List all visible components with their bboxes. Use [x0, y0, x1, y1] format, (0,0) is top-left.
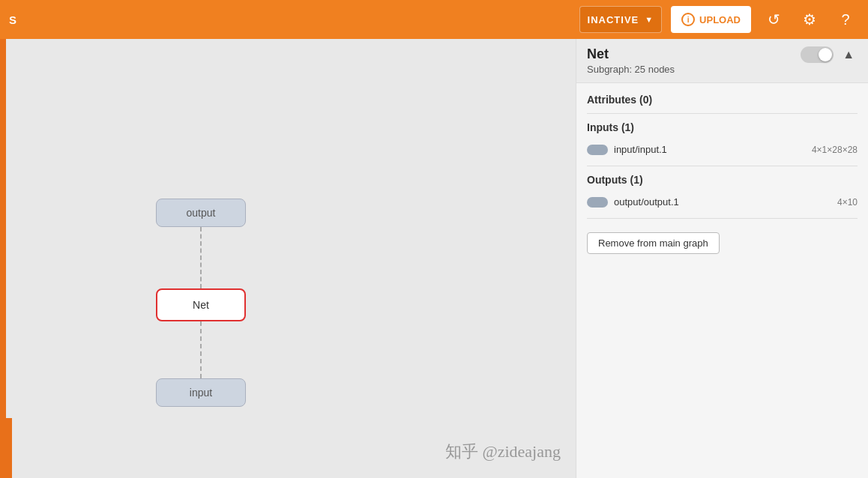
toggle-knob: [819, 48, 832, 61]
output-dims: 4×10: [837, 197, 858, 208]
panel-subtitle: Subgraph: 25 nodes: [587, 64, 675, 75]
node-input-label: input: [190, 387, 212, 399]
upload-label: UPLOAD: [699, 14, 741, 25]
status-label: INACTIVE: [588, 14, 639, 25]
outputs-section-title: Outputs (1): [587, 174, 858, 186]
settings-icon: ⚙: [803, 10, 816, 28]
right-panel: Net Subgraph: 25 nodes ▲ Attributes (0) …: [576, 39, 868, 478]
attributes-section-title: Attributes (0): [587, 94, 858, 106]
remove-from-main-graph-button[interactable]: Remove from main graph: [587, 232, 720, 254]
connector-top: [200, 227, 202, 288]
bottom-left-strip: [6, 418, 12, 478]
divider-3: [587, 218, 858, 219]
watermark: 知乎 @zideajang: [445, 441, 561, 463]
input-row: input/input.1 4×1×28×28: [587, 141, 858, 158]
input-connector-icon: [587, 145, 608, 155]
topbar: S INACTIVE ▼ i UPLOAD ↺ ⚙ ?: [0, 0, 868, 39]
node-output-label: output: [187, 207, 216, 219]
main-area: output Net input 知乎 @zideajang Ne: [0, 39, 868, 478]
output-row-left: output/output.1: [587, 196, 679, 208]
upload-button[interactable]: i UPLOAD: [671, 6, 751, 33]
divider-1: [587, 113, 858, 114]
divider-2: [587, 166, 858, 166]
toggle-switch[interactable]: [801, 46, 834, 63]
graph-canvas[interactable]: output Net input 知乎 @zideajang: [6, 39, 576, 478]
output-row: output/output.1 4×10: [587, 193, 858, 211]
node-net-label: Net: [193, 299, 209, 311]
output-connector-icon: [587, 197, 608, 208]
input-name: input/input.1: [614, 144, 667, 155]
node-input[interactable]: input: [156, 378, 246, 407]
input-dims: 4×1×28×28: [812, 145, 858, 155]
help-button[interactable]: ?: [832, 6, 859, 33]
output-name: output/output.1: [614, 196, 679, 208]
settings-button[interactable]: ⚙: [796, 6, 823, 33]
dropdown-arrow-icon: ▼: [645, 15, 654, 24]
help-icon: ?: [841, 11, 849, 28]
input-row-left: input/input.1: [587, 144, 667, 155]
collapse-button[interactable]: ▲: [840, 46, 858, 63]
node-net[interactable]: Net: [156, 288, 246, 321]
panel-body: Attributes (0) Inputs (1) input/input.1 …: [576, 83, 868, 478]
status-dropdown[interactable]: INACTIVE ▼: [579, 6, 663, 33]
panel-header-left: Net Subgraph: 25 nodes: [587, 46, 675, 75]
panel-title: Net: [587, 46, 675, 62]
refresh-icon: ↺: [768, 10, 780, 28]
refresh-button[interactable]: ↺: [760, 6, 787, 33]
app-title: S: [9, 13, 17, 26]
connector-bottom: [200, 321, 202, 378]
upload-icon: i: [681, 13, 695, 26]
panel-header: Net Subgraph: 25 nodes ▲: [576, 39, 868, 83]
inputs-section-title: Inputs (1): [587, 121, 858, 133]
node-output[interactable]: output: [156, 199, 246, 227]
left-sidebar-strip: [0, 39, 6, 478]
panel-header-right: ▲: [801, 46, 858, 63]
